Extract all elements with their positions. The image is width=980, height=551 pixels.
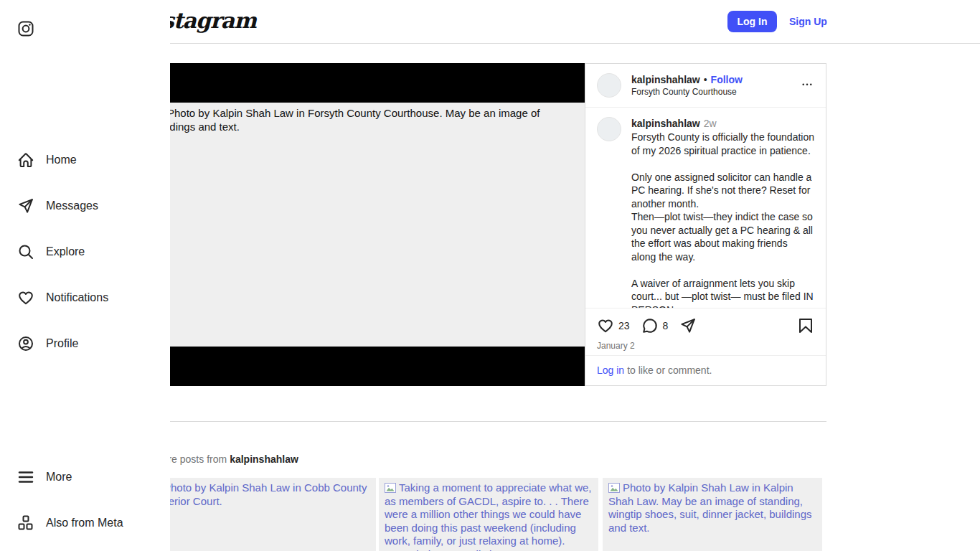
post-image-alt-label: Photo by Kalpin Shah Law in Forsyth Coun… xyxy=(153,107,540,133)
location-link[interactable]: Forsyth County Courthouse xyxy=(631,86,743,98)
caption-timestamp: 2w xyxy=(704,118,717,129)
thumbnail-1-alt-label: Photo by Kalpin Shah Law in Cobb County … xyxy=(149,481,367,507)
more-posts-heading: More posts fromkalpinshahlaw xyxy=(154,453,298,465)
sidebar-item-more[interactable]: More xyxy=(0,460,170,494)
thumbnail-2-alt-label: Taking a moment to appreciate what we, a… xyxy=(385,481,591,551)
meta-apps-icon xyxy=(17,514,34,532)
sidebar-item-messages[interactable]: Messages xyxy=(0,189,170,223)
post-detail-panel: kalpinshahlaw•Follow Forsyth County Cour… xyxy=(585,63,826,386)
login-prompt: Log in to like or comment. xyxy=(585,355,826,385)
hamburger-menu-icon xyxy=(17,468,34,486)
left-sidebar: Home Messages Explore Notifications Prof… xyxy=(0,0,170,551)
post-header-meta: kalpinshahlaw•Follow Forsyth County Cour… xyxy=(631,73,743,98)
signup-link[interactable]: Sign Up xyxy=(789,16,827,27)
sidebar-item-label: More xyxy=(46,471,72,484)
broken-image-icon xyxy=(385,483,396,493)
thumbnail-1-alt-text: Photo by Kalpin Shah Law in Cobb County … xyxy=(149,481,370,508)
caption-avatar[interactable] xyxy=(597,117,621,141)
like-count: 23 xyxy=(618,320,630,331)
comment-icon[interactable] xyxy=(641,317,659,334)
sidebar-item-label: Also from Meta xyxy=(46,517,123,529)
more-options-icon[interactable] xyxy=(798,80,816,93)
follow-button[interactable]: Follow xyxy=(711,74,743,85)
sidebar-item-label: Home xyxy=(46,154,77,166)
action-icons-row: 23 8 xyxy=(597,314,814,337)
profile-icon xyxy=(17,335,34,352)
sidebar-item-explore[interactable]: Explore xyxy=(0,235,170,269)
instagram-glyph-icon[interactable] xyxy=(17,20,34,37)
more-posts-username: kalpinshahlaw xyxy=(230,453,298,465)
thumbnail-post-2[interactable]: Taking a moment to appreciate what we, a… xyxy=(379,478,598,551)
caption-username-link[interactable]: kalpinshahlaw xyxy=(631,118,700,129)
home-icon xyxy=(17,151,34,169)
post-media: Photo by Kalpin Shah Law in Forsyth Coun… xyxy=(147,63,585,386)
login-link[interactable]: Log in xyxy=(597,364,624,376)
post-image-alt-text: Photo by Kalpin Shah Law in Forsyth Coun… xyxy=(153,106,580,133)
caption-text: Forsyth County is officially the foundat… xyxy=(631,131,814,308)
sidebar-item-notifications[interactable]: Notifications xyxy=(0,281,170,315)
caption-section: kalpinshahlaw2w Forsyth County is offici… xyxy=(585,108,826,308)
login-prompt-text: to like or comment. xyxy=(627,364,712,376)
notifications-heart-icon xyxy=(17,289,34,306)
sidebar-item-label: Profile xyxy=(46,337,78,350)
thumbnail-3-alt-text: Photo by Kalpin Shah Law in Kalpin Shah … xyxy=(608,481,816,534)
actions-section: 23 8 January 2 xyxy=(585,308,826,355)
thumbnail-2-alt-text: Taking a moment to appreciate what we, a… xyxy=(385,481,593,551)
login-button[interactable]: Log In xyxy=(727,11,777,32)
sidebar-item-label: Explore xyxy=(46,245,85,258)
section-divider xyxy=(147,421,826,422)
explore-search-icon xyxy=(17,243,34,260)
caption-content: kalpinshahlaw2w Forsyth County is offici… xyxy=(631,117,814,308)
thumbnail-post-3[interactable]: Photo by Kalpin Shah Law in Kalpin Shah … xyxy=(603,478,822,551)
save-bookmark-icon[interactable] xyxy=(797,317,814,334)
thumbnail-post-1[interactable]: Photo by Kalpin Shah Law in Cobb County … xyxy=(143,478,376,551)
sidebar-item-label: Notifications xyxy=(46,291,108,304)
post-header: kalpinshahlaw•Follow Forsyth County Cour… xyxy=(585,64,826,108)
sidebar-item-also-from-meta[interactable]: Also from Meta xyxy=(0,506,170,540)
post-image-placeholder: Photo by Kalpin Shah Law in Forsyth Coun… xyxy=(147,103,585,347)
broken-image-icon xyxy=(608,483,620,493)
username-link[interactable]: kalpinshahlaw xyxy=(631,74,700,85)
sidebar-item-home[interactable]: Home xyxy=(0,143,170,177)
sidebar-item-profile[interactable]: Profile xyxy=(0,326,170,361)
share-icon[interactable] xyxy=(679,317,697,334)
post-date: January 2 xyxy=(597,341,814,351)
avatar[interactable] xyxy=(597,73,621,98)
sidebar-item-label: Messages xyxy=(46,199,98,212)
dot-separator: • xyxy=(704,74,707,85)
thumbnail-3-alt-label: Photo by Kalpin Shah Law in Kalpin Shah … xyxy=(608,481,812,534)
messages-icon xyxy=(17,197,34,215)
comment-count: 8 xyxy=(663,320,669,331)
like-heart-icon[interactable] xyxy=(597,317,614,334)
